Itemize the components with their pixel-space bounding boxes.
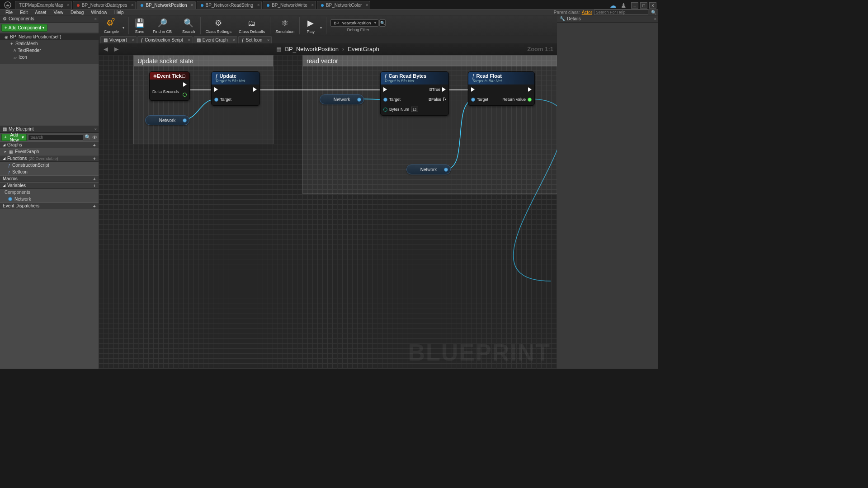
close-icon[interactable]: × bbox=[188, 38, 190, 42]
close-icon[interactable]: × bbox=[311, 3, 314, 7]
object-in-pin[interactable] bbox=[471, 98, 475, 102]
comment-title[interactable]: Update socket state bbox=[134, 56, 273, 66]
play-dropdown[interactable]: ▾ bbox=[320, 21, 325, 30]
my-blueprint-tab[interactable]: ▦ My Blueprint × bbox=[0, 126, 99, 133]
search-icon[interactable]: 🔍 bbox=[651, 10, 656, 15]
help-search-input[interactable] bbox=[594, 9, 648, 15]
components-tab[interactable]: ⚙ Components × bbox=[0, 15, 99, 23]
exec-in-pin[interactable] bbox=[471, 87, 475, 92]
plus-icon[interactable]: + bbox=[93, 156, 96, 161]
top-tab-bp-position[interactable]: BP_NetworkPosition× bbox=[137, 1, 195, 9]
exec-in-pin[interactable] bbox=[214, 87, 218, 92]
breadcrumb-root[interactable]: BP_NetworkPosition bbox=[285, 46, 339, 52]
play-button[interactable]: ▶Play bbox=[301, 16, 320, 36]
maximize-button[interactable]: □ bbox=[640, 2, 647, 9]
close-icon[interactable]: × bbox=[233, 38, 235, 42]
node-header[interactable]: ƒCan Read Bytes Target is Blu Net bbox=[381, 72, 448, 84]
object-in-pin[interactable] bbox=[383, 98, 387, 102]
close-icon[interactable]: × bbox=[131, 3, 133, 7]
close-icon[interactable]: × bbox=[654, 17, 656, 21]
debug-filter-select[interactable]: BP_NetworkPosition▾ bbox=[330, 19, 378, 27]
debug-locate-button[interactable]: 🔍 bbox=[379, 19, 386, 27]
compile-button[interactable]: ⚙?Compile bbox=[100, 16, 123, 36]
section-graphs[interactable]: ◢Graphs+ bbox=[0, 141, 99, 148]
object-out-pin[interactable] bbox=[357, 98, 361, 102]
menu-view[interactable]: View bbox=[50, 10, 67, 15]
section-macros[interactable]: Macros+ bbox=[0, 175, 99, 182]
section-dispatchers[interactable]: Event Dispatchers+ bbox=[0, 202, 99, 209]
close-icon[interactable]: × bbox=[191, 3, 193, 7]
node-header[interactable]: ƒUpdate Target is Blu Net bbox=[212, 72, 259, 84]
graph-tab-seticon[interactable]: ƒSet Icon× bbox=[238, 36, 272, 43]
plus-icon[interactable]: + bbox=[93, 176, 96, 182]
variable-item-network[interactable]: Network bbox=[0, 196, 99, 202]
close-icon[interactable]: × bbox=[67, 3, 70, 7]
close-icon[interactable]: × bbox=[132, 38, 134, 42]
component-row-self[interactable]: ◉BP_NetworkPosition(self) bbox=[0, 33, 99, 40]
exec-out-pin[interactable] bbox=[528, 87, 532, 92]
menu-edit[interactable]: Edit bbox=[16, 10, 31, 15]
exec-in-pin[interactable] bbox=[383, 87, 387, 92]
component-row-staticmesh[interactable]: ✦StaticMesh bbox=[0, 40, 99, 47]
search-button[interactable]: 🔍Search bbox=[179, 16, 199, 36]
comment-cloud-icon[interactable]: ☁ bbox=[610, 2, 616, 9]
top-tab-bp-write[interactable]: BP_NetworkWrite× bbox=[263, 1, 316, 9]
class-defaults-button[interactable]: 🗂Class Defaults bbox=[235, 16, 269, 36]
float-out-pin[interactable] bbox=[528, 98, 532, 102]
graph-canvas[interactable]: Update socket state read vector ◈ Event … bbox=[99, 55, 557, 369]
graph-tab-eventgraph[interactable]: ▦Event Graph× bbox=[193, 36, 237, 43]
top-tab-map[interactable]: TCPMapExampleMap× bbox=[15, 1, 72, 9]
add-component-button[interactable]: + Add Component ▾ bbox=[1, 24, 47, 32]
int-in-pin[interactable] bbox=[383, 108, 387, 112]
exec-out-true-pin[interactable] bbox=[442, 87, 446, 92]
source-control-icon[interactable]: ♟ bbox=[621, 2, 627, 9]
plus-icon[interactable]: + bbox=[93, 142, 96, 148]
top-tab-bp-color[interactable]: BP_NetworkColor× bbox=[317, 1, 370, 9]
parent-class-link[interactable]: Actor bbox=[582, 10, 592, 15]
object-out-pin[interactable] bbox=[444, 168, 448, 172]
node-header[interactable]: ◈ Event Tick ▢ bbox=[150, 72, 189, 80]
class-settings-button[interactable]: ⚙Class Settings bbox=[202, 16, 236, 36]
top-tab-bp-datatypes[interactable]: BP_NetworkDatatypes× bbox=[73, 1, 136, 9]
node-var-network-3[interactable]: Network bbox=[406, 164, 451, 174]
node-header[interactable]: ƒRead Float Target is Blu Net bbox=[468, 72, 534, 84]
exec-out-pin[interactable] bbox=[183, 82, 187, 87]
search-icon[interactable]: 🔍 bbox=[85, 134, 91, 140]
function-item-seticon[interactable]: ƒSetIcon bbox=[0, 169, 99, 175]
simulation-button[interactable]: ⚛Simulation bbox=[272, 16, 298, 36]
menu-help[interactable]: Help bbox=[111, 10, 127, 15]
compile-dropdown[interactable]: ▾ bbox=[123, 21, 127, 30]
plus-icon[interactable]: + bbox=[93, 203, 96, 209]
exec-out-false-pin[interactable] bbox=[443, 98, 446, 101]
close-icon[interactable]: × bbox=[267, 38, 269, 42]
save-button[interactable]: 💾Save bbox=[130, 16, 149, 36]
find-in-cb-button[interactable]: 🔎Find in CB bbox=[149, 16, 175, 36]
minimize-button[interactable]: – bbox=[631, 2, 638, 9]
float-out-pin[interactable] bbox=[183, 93, 187, 97]
section-variables[interactable]: ◢Variables+ bbox=[0, 182, 99, 189]
close-icon[interactable]: × bbox=[257, 3, 259, 7]
node-event-tick[interactable]: ◈ Event Tick ▢ Delta Seconds bbox=[149, 71, 190, 101]
section-functions[interactable]: ◢Functions(20 Overridable)+ bbox=[0, 155, 99, 162]
graph-item-eventgraph[interactable]: ▸▦EventGraph bbox=[0, 148, 99, 155]
plus-icon[interactable]: + bbox=[93, 183, 96, 188]
breadcrumb-leaf[interactable]: EventGraph bbox=[348, 46, 379, 52]
nav-forward-button[interactable]: ► bbox=[113, 45, 120, 53]
node-var-network-2[interactable]: Network bbox=[320, 94, 364, 104]
graph-tab-construction[interactable]: ƒConstruction Script× bbox=[137, 36, 193, 43]
graph-tab-viewport[interactable]: ▦Viewport× bbox=[100, 36, 137, 43]
function-item-construction[interactable]: ƒConstructionScript bbox=[0, 162, 99, 169]
details-tab[interactable]: 🔧 Details × bbox=[557, 15, 658, 23]
menu-window[interactable]: Window bbox=[87, 10, 111, 15]
top-tab-bp-readstring[interactable]: BP_NetworkReadString× bbox=[197, 1, 262, 9]
my-blueprint-search-input[interactable] bbox=[28, 134, 83, 141]
add-new-button[interactable]: + Add New ▾ bbox=[1, 134, 27, 141]
exec-out-pin[interactable] bbox=[253, 87, 257, 92]
close-icon[interactable]: × bbox=[94, 17, 97, 21]
close-button[interactable]: × bbox=[649, 2, 656, 9]
menu-file[interactable]: File bbox=[2, 10, 16, 15]
nav-back-button[interactable]: ◄ bbox=[102, 45, 109, 53]
comment-title[interactable]: read vector bbox=[303, 56, 557, 66]
node-update[interactable]: ƒUpdate Target is Blu Net Target bbox=[211, 71, 260, 106]
pin-delta-seconds[interactable]: Delta Seconds bbox=[152, 89, 179, 94]
